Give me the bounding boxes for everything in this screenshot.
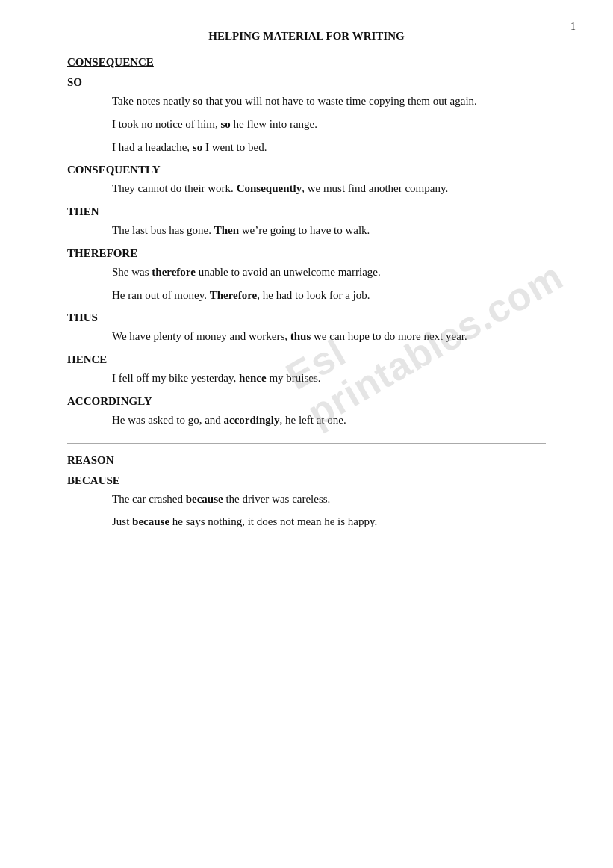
section-heading-reason: REASON (67, 454, 546, 467)
so-line-2: I took no notice of him, so he flew into… (112, 115, 546, 134)
hence-example-1: I fell off my bike yesterday, hence my b… (67, 369, 546, 388)
then-line-1: The last bus has gone. Then we’re going … (112, 221, 546, 240)
subsection-because: BECAUSE The car crashed because the driv… (67, 474, 546, 532)
therefore-line-2: He ran out of money. Therefore, he had t… (112, 286, 546, 305)
so-line-3: I had a headache, so I went to bed. (112, 138, 546, 157)
section-heading-consequence: CONSEQUENCE (67, 56, 546, 69)
thus-example-1: We have plenty of money and workers, thu… (67, 327, 546, 346)
sub-heading-consequently: CONSEQUENTLY (67, 164, 546, 176)
subsection-so: SO Take notes neatly so that you will no… (67, 76, 546, 156)
sub-heading-thus: THUS (67, 311, 546, 324)
so-example-1: Take notes neatly so that you will not h… (67, 92, 546, 111)
subsection-consequently: CONSEQUENTLY They cannot do their work. … (67, 164, 546, 198)
page-title: HELPING MATERIAL FOR WRITING (67, 30, 546, 43)
thus-line-1: We have plenty of money and workers, thu… (112, 327, 546, 346)
sub-heading-because: BECAUSE (67, 474, 546, 487)
therefore-example-2: He ran out of money. Therefore, he had t… (67, 286, 546, 305)
subsection-therefore: THEREFORE She was therefore unable to av… (67, 247, 546, 305)
consequently-example-1: They cannot do their work. Consequently,… (67, 179, 546, 198)
so-line-1: Take notes neatly so that you will not h… (112, 92, 546, 111)
subsection-thus: THUS We have plenty of money and workers… (67, 311, 546, 346)
hence-line-1: I fell off my bike yesterday, hence my b… (112, 369, 546, 388)
because-line-2: Just because he says nothing, it does no… (112, 512, 546, 531)
sub-heading-therefore: THEREFORE (67, 247, 546, 260)
therefore-example-1: She was therefore unable to avoid an unw… (67, 263, 546, 282)
page: 1 HELPING MATERIAL FOR WRITING CONSEQUEN… (0, 0, 613, 868)
so-example-3: I had a headache, so I went to bed. (67, 138, 546, 157)
sub-heading-hence: HENCE (67, 353, 546, 366)
because-example-1: The car crashed because the driver was c… (67, 490, 546, 509)
then-example-1: The last bus has gone. Then we’re going … (67, 221, 546, 240)
therefore-line-1: She was therefore unable to avoid an unw… (112, 263, 546, 282)
accordingly-example-1: He was asked to go, and accordingly, he … (67, 411, 546, 430)
sub-heading-accordingly: ACCORDINGLY (67, 395, 546, 408)
consequently-line-1: They cannot do their work. Consequently,… (112, 179, 546, 198)
section-divider (67, 443, 546, 444)
because-example-2: Just because he says nothing, it does no… (67, 512, 546, 531)
subsection-then: THEN The last bus has gone. Then we’re g… (67, 205, 546, 240)
subsection-accordingly: ACCORDINGLY He was asked to go, and acco… (67, 395, 546, 430)
section-consequence: CONSEQUENCE SO Take notes neatly so that… (67, 56, 546, 430)
subsection-hence: HENCE I fell off my bike yesterday, henc… (67, 353, 546, 388)
page-number: 1 (570, 21, 576, 33)
because-line-1: The car crashed because the driver was c… (112, 490, 546, 509)
section-reason: REASON BECAUSE The car crashed because t… (67, 454, 546, 532)
so-example-2: I took no notice of him, so he flew into… (67, 115, 546, 134)
sub-heading-so: SO (67, 76, 546, 89)
sub-heading-then: THEN (67, 205, 546, 218)
accordingly-line-1: He was asked to go, and accordingly, he … (112, 411, 546, 430)
